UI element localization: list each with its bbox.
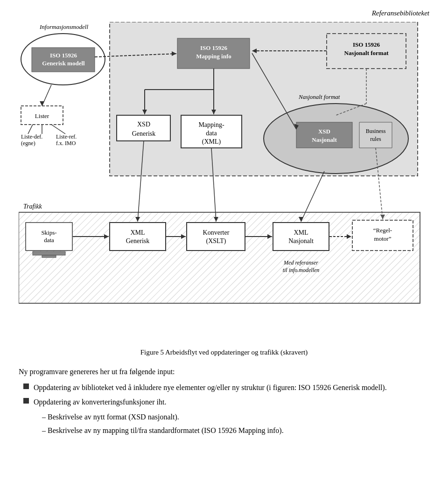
svg-text:Mapping-: Mapping- <box>198 121 224 128</box>
svg-marker-82 <box>135 217 140 222</box>
svg-text:Liste-def.: Liste-def. <box>21 133 42 140</box>
svg-rect-6 <box>177 38 250 69</box>
svg-line-87 <box>376 148 383 219</box>
svg-rect-57 <box>33 251 65 255</box>
svg-line-26 <box>51 125 65 134</box>
svg-line-85 <box>301 171 324 222</box>
bullet-square-2 <box>23 398 29 404</box>
svg-rect-0 <box>110 22 418 176</box>
svg-text:XML: XML <box>130 229 145 236</box>
svg-rect-68 <box>352 220 413 251</box>
sub-bullet-2: Beskrivelse av ny mapping til/fra standa… <box>19 425 429 437</box>
svg-text:(egne): (egne) <box>21 140 35 146</box>
svg-text:(XML): (XML) <box>202 138 221 146</box>
svg-rect-62 <box>187 223 245 251</box>
sub-bullet-text-2: Beskrivelse av ny mapping til/fra standa… <box>48 426 284 434</box>
svg-marker-15 <box>172 51 176 56</box>
svg-marker-80 <box>347 234 351 239</box>
svg-text:Lister: Lister <box>35 112 49 119</box>
text-content: Ny programvare genereres her ut fra følg… <box>19 366 429 437</box>
svg-text:til info.modellen: til info.modellen <box>283 267 320 273</box>
caption-text: Figure 5 Arbeidsflyt ved oppdateringer o… <box>140 349 308 356</box>
svg-text:Trafikk: Trafikk <box>23 203 42 210</box>
svg-rect-59 <box>110 223 166 251</box>
svg-rect-65 <box>273 223 329 251</box>
svg-marker-19 <box>40 101 44 106</box>
svg-text:Med   referanser: Med referanser <box>283 259 318 266</box>
svg-rect-54 <box>26 223 72 251</box>
svg-rect-27 <box>117 115 170 141</box>
svg-marker-78 <box>267 234 272 239</box>
svg-text:“Regel-: “Regel- <box>373 227 392 234</box>
sub-bullet-1: Beskrivelse av nytt format (XSD nasjonal… <box>19 411 429 423</box>
svg-point-2 <box>21 34 105 85</box>
bullet-item-2: Oppdatering av konverteringsfunksjoner i… <box>19 396 429 408</box>
svg-text:motor”: motor” <box>374 235 392 242</box>
diagram-container: Informasjonsmodell ISO 15926 Generisk mo… <box>19 22 429 339</box>
svg-line-18 <box>42 85 51 106</box>
svg-text:Generisk: Generisk <box>132 130 156 137</box>
svg-text:ISO 15926: ISO 15926 <box>50 52 77 59</box>
svg-text:XSD: XSD <box>137 121 150 128</box>
svg-text:data: data <box>44 237 54 244</box>
svg-point-41 <box>264 104 408 174</box>
svg-text:f.x. IMO: f.x. IMO <box>56 140 76 146</box>
svg-text:Informasjonsmodell: Informasjonsmodell <box>39 23 88 30</box>
page-header: Referansebiblioteket <box>19 9 429 17</box>
svg-rect-34 <box>181 115 242 148</box>
svg-text:Konverter: Konverter <box>203 229 230 236</box>
svg-marker-76 <box>181 234 186 239</box>
svg-text:Generisk: Generisk <box>126 237 150 244</box>
svg-marker-50 <box>294 124 299 129</box>
intro-text: Ny programvare genereres her ut fra følg… <box>19 366 429 378</box>
svg-text:Nasjonalt: Nasjonalt <box>288 237 314 244</box>
svg-rect-3 <box>32 48 95 72</box>
svg-marker-39 <box>211 110 216 114</box>
svg-text:Generisk modell: Generisk modell <box>42 60 85 67</box>
svg-text:Nasjonalt: Nasjonalt <box>312 136 337 143</box>
svg-rect-58 <box>42 255 56 258</box>
svg-marker-33 <box>142 110 147 114</box>
svg-rect-9 <box>327 34 406 69</box>
svg-marker-86 <box>299 217 303 222</box>
figure-caption: Figure 5 Arbeidsflyt ved oppdateringer o… <box>19 349 429 356</box>
svg-text:Skips-: Skips- <box>41 229 56 236</box>
sub-bullet-text-1: Beskrivelse av nytt format (XSD nasjonal… <box>48 413 179 421</box>
svg-text:Nasjonalt format: Nasjonalt format <box>298 93 340 100</box>
svg-marker-84 <box>214 217 218 222</box>
svg-marker-88 <box>380 215 385 219</box>
svg-text:Business: Business <box>366 128 386 134</box>
svg-marker-13 <box>252 49 257 53</box>
svg-text:data: data <box>206 130 217 137</box>
svg-text:(XSLT): (XSLT) <box>206 237 226 245</box>
svg-marker-74 <box>104 234 109 239</box>
page-title: Referansebiblioteket <box>372 9 429 17</box>
svg-text:rules: rules <box>370 136 381 142</box>
svg-text:ISO 15926: ISO 15926 <box>353 41 380 48</box>
svg-text:Mapping info: Mapping info <box>196 53 231 60</box>
svg-line-49 <box>252 53 296 129</box>
svg-rect-16 <box>21 106 63 125</box>
bullet-text-1: Oppdatering av biblioteket ved å inklude… <box>34 382 387 394</box>
svg-rect-42 <box>296 122 352 148</box>
svg-line-48 <box>336 104 366 115</box>
svg-line-81 <box>138 141 144 222</box>
svg-rect-53 <box>19 212 420 303</box>
svg-text:Liste-ref.: Liste-ref. <box>56 133 77 140</box>
svg-text:XSD: XSD <box>318 128 330 135</box>
svg-line-14 <box>95 54 176 57</box>
svg-line-24 <box>28 125 33 134</box>
svg-text:Nasjonalt format: Nasjonalt format <box>344 49 389 56</box>
bullet-text-2: Oppdatering av konverteringsfunksjoner i… <box>34 396 166 408</box>
svg-line-83 <box>211 148 216 222</box>
bullet-item-1: Oppdatering av biblioteket ved å inklude… <box>19 382 429 394</box>
bullet-square-1 <box>23 383 29 389</box>
svg-text:ISO 15926: ISO 15926 <box>200 44 228 51</box>
svg-text:XML: XML <box>294 229 308 236</box>
